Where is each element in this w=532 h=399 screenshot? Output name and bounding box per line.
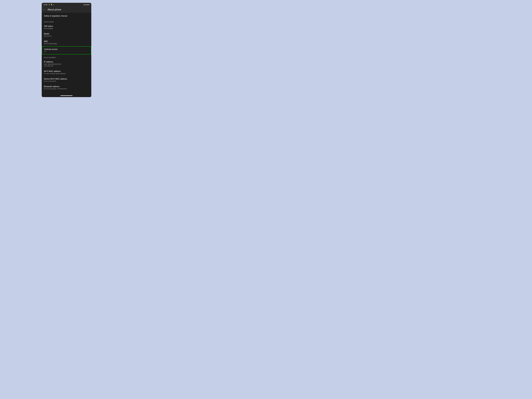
model-item[interactable]: Model Pixel 6 Pro bbox=[42, 31, 91, 39]
battery-icon: ▮ bbox=[85, 4, 85, 6]
battery-text: 100% bbox=[86, 4, 90, 6]
ip-address-value: fe80::304c:93ff:fe53:f572192.168.0.80 bbox=[44, 63, 89, 67]
toolbar-title: About phone bbox=[48, 8, 61, 11]
wifi-mac-item[interactable]: Wi-Fi MAC address To view, choose saved … bbox=[42, 69, 91, 76]
phone-screen: 12:48 ⚙ 💡 △ ▾ ▮ 100% ← About phone Safet… bbox=[42, 3, 91, 97]
alert-icon: △ bbox=[53, 4, 54, 6]
bluetooth-address-item[interactable]: Bluetooth address 0c:c4:13:2e:0e:0e bbox=[42, 84, 91, 91]
imei-value: 357721782947683 bbox=[44, 43, 89, 45]
status-time: 12:48 bbox=[43, 4, 47, 6]
settings-icon: ⚙ bbox=[49, 4, 50, 6]
model-title: Model bbox=[44, 33, 89, 35]
device-wifi-mac-title: Device Wi-Fi MAC address bbox=[44, 78, 89, 80]
wifi-mac-value: To view, choose saved network bbox=[44, 73, 89, 75]
status-bar-left: 12:48 ⚙ 💡 △ bbox=[43, 4, 54, 6]
device-identifiers-header: Device identifiers bbox=[42, 54, 91, 59]
home-bar bbox=[60, 95, 73, 96]
back-button[interactable]: ← bbox=[43, 8, 46, 11]
sim-status-item[interactable]: SIM status Not available bbox=[42, 24, 91, 31]
toolbar: ← About phone bbox=[42, 7, 91, 13]
bluetooth-address-title: Bluetooth address bbox=[44, 85, 89, 88]
wifi-mac-title: Wi-Fi MAC address bbox=[44, 70, 89, 72]
ip-address-title: IP address bbox=[44, 61, 89, 63]
sim-status-title: SIM status bbox=[44, 25, 89, 27]
android-version-title: Android version bbox=[44, 48, 89, 51]
imei-item[interactable]: IMEI 357721782947683 bbox=[42, 39, 91, 46]
ip-address-item[interactable]: IP address fe80::304c:93ff:fe53:f572192.… bbox=[42, 59, 91, 69]
sim-status-value: Not available bbox=[44, 28, 89, 29]
device-details-header: Device details bbox=[42, 19, 91, 24]
android-version-value: 13 bbox=[44, 51, 89, 52]
home-indicator bbox=[42, 94, 91, 97]
content-area[interactable]: Safety & regulatory manual Device detail… bbox=[42, 13, 91, 94]
device-wifi-mac-item[interactable]: Device Wi-Fi MAC address 0c:c4:13:2e:0e:… bbox=[42, 76, 91, 84]
model-value: Pixel 6 Pro bbox=[44, 35, 89, 37]
device-wifi-mac-value: 0c:c4:13:2e:0e:0f bbox=[44, 80, 89, 82]
imei-title: IMEI bbox=[44, 40, 89, 43]
safety-regulatory-title: Safety & regulatory manual bbox=[44, 15, 89, 17]
status-bar: 12:48 ⚙ 💡 △ ▾ ▮ 100% bbox=[42, 3, 91, 7]
android-version-item[interactable]: Android version 13 bbox=[42, 46, 91, 54]
bluetooth-address-value: 0c:c4:13:2e:0e:0e bbox=[44, 88, 89, 90]
wifi-icon: ▾ bbox=[83, 4, 84, 6]
status-bar-right: ▾ ▮ 100% bbox=[83, 4, 90, 6]
bulb-icon: 💡 bbox=[51, 4, 52, 6]
safety-regulatory-item[interactable]: Safety & regulatory manual bbox=[42, 13, 91, 19]
